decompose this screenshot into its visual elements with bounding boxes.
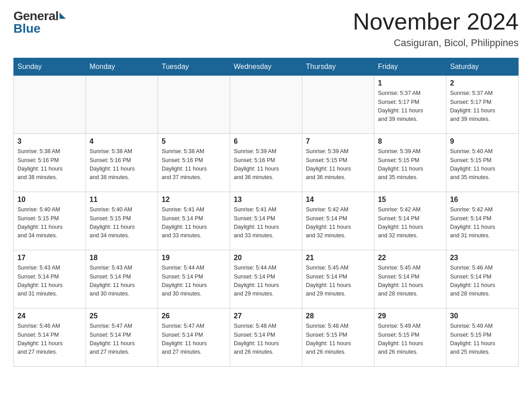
week-row-1: 1Sunrise: 5:37 AM Sunset: 5:17 PM Daylig… [14,76,519,134]
header-cell-friday: Friday [374,58,446,76]
day-cell [302,76,374,134]
day-number: 22 [378,254,442,262]
sun-info: Sunrise: 5:38 AM Sunset: 5:16 PM Dayligh… [162,147,226,182]
day-cell: 30Sunrise: 5:49 AM Sunset: 5:15 PM Dayli… [446,308,519,367]
day-number: 13 [234,196,298,204]
sun-info: Sunrise: 5:37 AM Sunset: 5:17 PM Dayligh… [450,89,515,124]
week-row-5: 24Sunrise: 5:46 AM Sunset: 5:14 PM Dayli… [14,308,519,367]
day-cell: 6Sunrise: 5:39 AM Sunset: 5:16 PM Daylig… [230,134,302,192]
logo-blue-text: Blue [13,21,66,36]
day-cell: 20Sunrise: 5:44 AM Sunset: 5:14 PM Dayli… [230,250,302,308]
day-number: 15 [378,196,442,204]
sun-info: Sunrise: 5:38 AM Sunset: 5:16 PM Dayligh… [17,147,82,182]
calendar-table: SundayMondayTuesdayWednesdayThursdayFrid… [13,58,519,367]
sun-info: Sunrise: 5:46 AM Sunset: 5:14 PM Dayligh… [17,322,82,357]
day-number: 27 [234,312,298,320]
day-cell: 19Sunrise: 5:44 AM Sunset: 5:14 PM Dayli… [158,250,230,308]
header-cell-saturday: Saturday [446,58,519,76]
day-cell: 29Sunrise: 5:49 AM Sunset: 5:15 PM Dayli… [374,308,446,367]
day-cell: 1Sunrise: 5:37 AM Sunset: 5:17 PM Daylig… [374,76,446,134]
sun-info: Sunrise: 5:44 AM Sunset: 5:14 PM Dayligh… [162,264,226,299]
day-number: 3 [17,137,82,146]
sun-info: Sunrise: 5:41 AM Sunset: 5:14 PM Dayligh… [162,206,226,240]
sun-info: Sunrise: 5:48 AM Sunset: 5:14 PM Dayligh… [234,322,298,357]
header-cell-monday: Monday [86,58,158,76]
day-number: 2 [450,79,515,87]
week-row-4: 17Sunrise: 5:43 AM Sunset: 5:14 PM Dayli… [14,250,519,308]
sun-info: Sunrise: 5:40 AM Sunset: 5:15 PM Dayligh… [17,206,82,240]
day-cell: 23Sunrise: 5:46 AM Sunset: 5:14 PM Dayli… [446,250,519,308]
logo-arrow-icon [60,13,66,19]
day-number: 1 [378,79,442,87]
day-cell: 4Sunrise: 5:38 AM Sunset: 5:16 PM Daylig… [86,134,158,192]
day-number: 24 [17,312,82,320]
day-cell: 3Sunrise: 5:38 AM Sunset: 5:16 PM Daylig… [14,134,86,192]
logo: General Blue [13,9,66,36]
day-cell: 24Sunrise: 5:46 AM Sunset: 5:14 PM Dayli… [14,308,86,367]
sun-info: Sunrise: 5:39 AM Sunset: 5:16 PM Dayligh… [234,147,298,182]
sun-info: Sunrise: 5:47 AM Sunset: 5:14 PM Dayligh… [162,322,226,357]
day-cell: 11Sunrise: 5:40 AM Sunset: 5:15 PM Dayli… [86,192,158,250]
sun-info: Sunrise: 5:49 AM Sunset: 5:15 PM Dayligh… [378,322,442,357]
day-cell: 2Sunrise: 5:37 AM Sunset: 5:17 PM Daylig… [446,76,519,134]
day-cell: 26Sunrise: 5:47 AM Sunset: 5:14 PM Dayli… [158,308,230,367]
sun-info: Sunrise: 5:39 AM Sunset: 5:15 PM Dayligh… [306,147,370,182]
header-row: SundayMondayTuesdayWednesdayThursdayFrid… [14,58,519,76]
location-title: Casiguran, Bicol, Philippines [353,37,519,49]
sun-info: Sunrise: 5:47 AM Sunset: 5:14 PM Dayligh… [90,322,154,357]
day-cell: 7Sunrise: 5:39 AM Sunset: 5:15 PM Daylig… [302,134,374,192]
day-cell: 9Sunrise: 5:40 AM Sunset: 5:15 PM Daylig… [446,134,519,192]
sun-info: Sunrise: 5:43 AM Sunset: 5:14 PM Dayligh… [17,264,82,299]
day-number: 18 [90,254,154,262]
header-cell-wednesday: Wednesday [230,58,302,76]
day-number: 7 [306,137,370,146]
sun-info: Sunrise: 5:45 AM Sunset: 5:14 PM Dayligh… [378,264,442,299]
header-cell-tuesday: Tuesday [158,58,230,76]
sun-info: Sunrise: 5:45 AM Sunset: 5:14 PM Dayligh… [306,264,370,299]
day-cell [230,76,302,134]
day-cell: 14Sunrise: 5:42 AM Sunset: 5:14 PM Dayli… [302,192,374,250]
sun-info: Sunrise: 5:42 AM Sunset: 5:14 PM Dayligh… [378,206,442,240]
day-number: 23 [450,254,515,262]
day-number: 26 [162,312,226,320]
day-number: 21 [306,254,370,262]
week-row-3: 10Sunrise: 5:40 AM Sunset: 5:15 PM Dayli… [14,192,519,250]
calendar-header: SundayMondayTuesdayWednesdayThursdayFrid… [14,58,519,76]
page-header: General Blue November 2024 Casiguran, Bi… [13,9,519,49]
day-number: 29 [378,312,442,320]
header-cell-sunday: Sunday [14,58,86,76]
day-number: 16 [450,196,515,204]
day-number: 10 [17,196,82,204]
day-number: 14 [306,196,370,204]
calendar-body: 1Sunrise: 5:37 AM Sunset: 5:17 PM Daylig… [14,76,519,367]
day-cell [14,76,86,134]
day-cell: 5Sunrise: 5:38 AM Sunset: 5:16 PM Daylig… [158,134,230,192]
sun-info: Sunrise: 5:37 AM Sunset: 5:17 PM Dayligh… [378,89,442,124]
day-cell: 25Sunrise: 5:47 AM Sunset: 5:14 PM Dayli… [86,308,158,367]
day-number: 19 [162,254,226,262]
sun-info: Sunrise: 5:49 AM Sunset: 5:15 PM Dayligh… [450,322,515,357]
day-cell: 21Sunrise: 5:45 AM Sunset: 5:14 PM Dayli… [302,250,374,308]
day-cell: 13Sunrise: 5:41 AM Sunset: 5:14 PM Dayli… [230,192,302,250]
day-number: 11 [90,196,154,204]
day-cell: 22Sunrise: 5:45 AM Sunset: 5:14 PM Dayli… [374,250,446,308]
day-cell: 8Sunrise: 5:39 AM Sunset: 5:15 PM Daylig… [374,134,446,192]
day-number: 6 [234,137,298,146]
day-cell: 27Sunrise: 5:48 AM Sunset: 5:14 PM Dayli… [230,308,302,367]
day-cell: 28Sunrise: 5:48 AM Sunset: 5:15 PM Dayli… [302,308,374,367]
day-cell [86,76,158,134]
sun-info: Sunrise: 5:42 AM Sunset: 5:14 PM Dayligh… [306,206,370,240]
day-cell: 15Sunrise: 5:42 AM Sunset: 5:14 PM Dayli… [374,192,446,250]
day-number: 20 [234,254,298,262]
sun-info: Sunrise: 5:40 AM Sunset: 5:15 PM Dayligh… [450,147,515,182]
sun-info: Sunrise: 5:41 AM Sunset: 5:14 PM Dayligh… [234,206,298,240]
day-cell: 17Sunrise: 5:43 AM Sunset: 5:14 PM Dayli… [14,250,86,308]
day-number: 28 [306,312,370,320]
day-cell: 10Sunrise: 5:40 AM Sunset: 5:15 PM Dayli… [14,192,86,250]
day-number: 8 [378,137,442,146]
month-title: November 2024 [353,9,519,34]
sun-info: Sunrise: 5:48 AM Sunset: 5:15 PM Dayligh… [306,322,370,357]
day-cell: 16Sunrise: 5:42 AM Sunset: 5:14 PM Dayli… [446,192,519,250]
day-cell [158,76,230,134]
sun-info: Sunrise: 5:42 AM Sunset: 5:14 PM Dayligh… [450,206,515,240]
